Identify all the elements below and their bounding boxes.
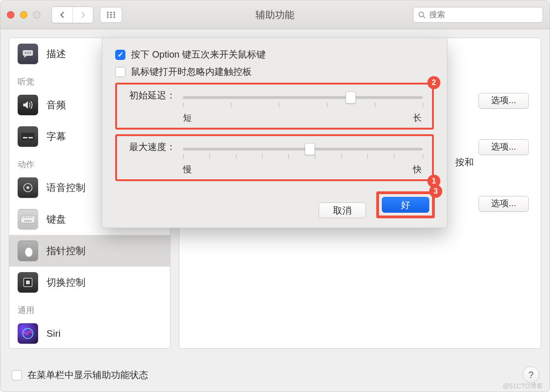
sidebar-item-label: 切换控制 <box>46 276 85 289</box>
svg-point-7 <box>110 16 112 18</box>
sidebar-item-label: Siri <box>46 328 60 339</box>
max-speed-max: 快 <box>413 163 422 176</box>
svg-rect-26 <box>24 220 32 222</box>
footer: 在菜单栏中显示辅助功能状态 <box>12 369 148 381</box>
highlight-ok: 3 好 <box>376 191 435 218</box>
svg-point-12 <box>25 52 26 54</box>
svg-rect-17 <box>28 137 33 138</box>
menubar-status-checkbox[interactable] <box>12 370 22 380</box>
sidebar-item-label: 语音控制 <box>46 181 85 194</box>
slider-thumb[interactable] <box>346 91 356 104</box>
forward-button[interactable] <box>72 7 93 23</box>
window-controls <box>7 11 40 19</box>
search-icon <box>418 11 426 19</box>
speaker-icon <box>18 95 38 115</box>
badge-2: 2 <box>427 76 440 89</box>
ignore-trackpad-label: 鼠标键打开时忽略内建触控板 <box>131 65 252 78</box>
voice-control-icon <box>18 177 38 198</box>
svg-point-0 <box>107 12 109 13</box>
svg-rect-15 <box>21 133 34 140</box>
svg-rect-21 <box>22 216 23 218</box>
svg-point-6 <box>107 16 109 18</box>
siri-icon <box>18 323 38 344</box>
svg-point-19 <box>26 186 29 189</box>
back-button[interactable] <box>52 7 72 23</box>
options-button-3[interactable]: 选项... <box>478 196 529 212</box>
svg-rect-24 <box>29 216 30 218</box>
sidebar-item-label: 指针控制 <box>46 244 85 257</box>
sidebar-item-label: 描述 <box>46 47 66 60</box>
options-button-2[interactable]: 选项... <box>478 139 529 155</box>
sidebar-item-label: 字幕 <box>46 130 66 143</box>
sidebar-item-label: 键盘 <box>46 213 66 226</box>
initial-delay-max: 长 <box>413 112 422 124</box>
help-button[interactable]: ? <box>523 366 539 383</box>
keyboard-icon <box>18 209 38 229</box>
close-window-icon[interactable] <box>7 11 14 19</box>
svg-point-2 <box>113 12 115 13</box>
sidebar-item-siri[interactable]: Siri <box>9 318 170 349</box>
cancel-button[interactable]: 取消 <box>319 203 366 218</box>
svg-rect-16 <box>23 137 27 138</box>
svg-rect-29 <box>26 281 30 284</box>
max-speed-label: 最大速度： <box>124 141 176 153</box>
slider-thumb[interactable] <box>305 143 315 155</box>
badge-3: 3 <box>429 185 442 198</box>
svg-point-4 <box>110 14 112 16</box>
ignore-trackpad-checkbox[interactable] <box>115 67 125 77</box>
toolbar: 辅助功能 <box>0 0 550 29</box>
svg-point-3 <box>107 14 109 16</box>
option-5x-label: 按下 Option 键五次来开关鼠标键 <box>131 48 266 61</box>
zoom-window-icon[interactable] <box>33 11 40 19</box>
bg-text-fragment: 按和 <box>455 156 474 169</box>
minimize-window-icon[interactable] <box>20 11 27 19</box>
initial-delay-label: 初始延迟： <box>124 89 176 102</box>
options-button-1[interactable]: 选项... <box>478 93 529 109</box>
svg-point-14 <box>30 52 31 54</box>
svg-rect-25 <box>31 216 33 218</box>
captions-icon <box>18 126 38 147</box>
switch-control-icon <box>18 272 38 293</box>
mouse-keys-options-sheet: 按下 Option 键五次来开关鼠标键 鼠标键打开时忽略内建触控板 2 初始延迟… <box>102 38 447 228</box>
highlight-initial-delay: 2 初始延迟： 短 长 <box>115 83 434 130</box>
search-field[interactable] <box>413 7 543 23</box>
svg-point-27 <box>25 248 33 257</box>
initial-delay-min: 短 <box>183 112 192 124</box>
nav-segmented <box>52 7 93 23</box>
svg-point-9 <box>419 12 424 17</box>
sidebar-item-label: 音频 <box>46 98 66 111</box>
svg-point-8 <box>113 16 115 18</box>
sidebar-item-pointer-control[interactable]: 指针控制 <box>9 235 170 267</box>
initial-delay-slider[interactable] <box>183 96 423 99</box>
mouse-icon <box>18 241 38 261</box>
max-speed-slider[interactable] <box>183 148 423 150</box>
sidebar-item-switch-control[interactable]: 切换控制 <box>9 267 170 298</box>
credit-text: @51CTO博客 <box>503 382 543 391</box>
svg-rect-22 <box>24 216 26 218</box>
speech-bubble-icon <box>18 44 38 64</box>
menubar-status-label: 在菜单栏中显示辅助功能状态 <box>27 369 148 381</box>
highlight-max-speed: 最大速度： 慢 快 1 <box>115 134 434 181</box>
svg-rect-23 <box>26 216 28 218</box>
svg-point-5 <box>113 14 115 16</box>
category-general: 通用 <box>9 298 170 318</box>
svg-line-10 <box>423 16 425 18</box>
search-input[interactable] <box>429 10 538 20</box>
max-speed-min: 慢 <box>183 163 192 176</box>
ok-button[interactable]: 好 <box>382 197 429 213</box>
svg-point-1 <box>110 12 112 13</box>
show-all-button[interactable] <box>100 7 122 23</box>
svg-point-13 <box>27 52 29 54</box>
option-5x-checkbox[interactable] <box>115 50 125 60</box>
